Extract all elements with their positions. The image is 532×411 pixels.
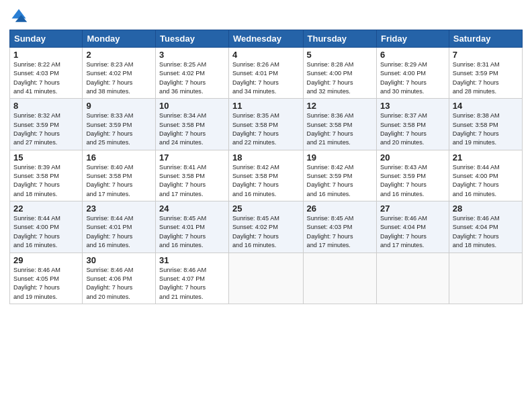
day-number: 13: [380, 101, 445, 111]
calendar-cell: 31Sunrise: 8:46 AM Sunset: 4:07 PM Dayli…: [156, 253, 229, 304]
day-number: 24: [159, 203, 225, 214]
cell-details: Sunrise: 8:28 AM Sunset: 4:00 PM Dayligh…: [307, 60, 373, 96]
cell-details: Sunrise: 8:25 AM Sunset: 4:02 PM Dayligh…: [159, 60, 225, 96]
calendar-cell: 19Sunrise: 8:42 AM Sunset: 3:59 PM Dayli…: [303, 150, 376, 201]
calendar-cell: 2Sunrise: 8:23 AM Sunset: 4:02 PM Daylig…: [83, 48, 156, 99]
calendar-cell: 11Sunrise: 8:35 AM Sunset: 3:58 PM Dayli…: [228, 99, 303, 150]
day-number: 11: [232, 101, 300, 111]
cell-details: Sunrise: 8:44 AM Sunset: 4:01 PM Dayligh…: [86, 214, 152, 250]
cell-details: Sunrise: 8:29 AM Sunset: 4:00 PM Dayligh…: [380, 60, 445, 96]
cell-details: Sunrise: 8:38 AM Sunset: 3:58 PM Dayligh…: [453, 111, 519, 147]
day-number: 7: [453, 50, 519, 60]
day-number: 31: [159, 255, 225, 265]
calendar-cell: 8Sunrise: 8:32 AM Sunset: 3:59 PM Daylig…: [10, 99, 83, 150]
logo: [9, 7, 31, 26]
day-number: 12: [307, 101, 373, 111]
cell-details: Sunrise: 8:23 AM Sunset: 4:02 PM Dayligh…: [86, 60, 152, 96]
calendar-cell: 15Sunrise: 8:39 AM Sunset: 3:58 PM Dayli…: [10, 150, 83, 201]
day-number: 2: [86, 50, 152, 60]
calendar-cell: 9Sunrise: 8:33 AM Sunset: 3:59 PM Daylig…: [83, 99, 156, 150]
day-number: 23: [86, 203, 152, 214]
day-number: 6: [380, 50, 445, 60]
cell-details: Sunrise: 8:22 AM Sunset: 4:03 PM Dayligh…: [13, 60, 79, 96]
calendar-cell: 26Sunrise: 8:45 AM Sunset: 4:03 PM Dayli…: [303, 201, 376, 253]
calendar-cell: 12Sunrise: 8:36 AM Sunset: 3:58 PM Dayli…: [303, 99, 376, 150]
day-number: 28: [453, 203, 519, 214]
day-number: 14: [453, 101, 519, 111]
svg-marker-0: [12, 9, 26, 19]
cell-details: Sunrise: 8:45 AM Sunset: 4:01 PM Dayligh…: [159, 214, 225, 250]
calendar-cell: 3Sunrise: 8:25 AM Sunset: 4:02 PM Daylig…: [156, 48, 229, 99]
cell-details: Sunrise: 8:46 AM Sunset: 4:04 PM Dayligh…: [380, 214, 445, 250]
page-header: [9, 7, 523, 26]
week-row-5: 29Sunrise: 8:46 AM Sunset: 4:05 PM Dayli…: [10, 253, 523, 304]
day-number: 4: [232, 50, 300, 60]
day-number: 26: [307, 203, 373, 214]
day-number: 3: [159, 50, 225, 60]
calendar-cell: 20Sunrise: 8:43 AM Sunset: 3:59 PM Dayli…: [376, 150, 449, 201]
weekday-saturday: Saturday: [449, 30, 522, 48]
day-number: 8: [13, 101, 79, 111]
calendar-cell: 6Sunrise: 8:29 AM Sunset: 4:00 PM Daylig…: [376, 48, 449, 99]
calendar-cell: 4Sunrise: 8:26 AM Sunset: 4:01 PM Daylig…: [228, 48, 303, 99]
calendar-page: SundayMondayTuesdayWednesdayThursdayFrid…: [0, 0, 532, 411]
cell-details: Sunrise: 8:45 AM Sunset: 4:02 PM Dayligh…: [232, 214, 300, 250]
day-number: 15: [13, 152, 79, 163]
cell-details: Sunrise: 8:44 AM Sunset: 4:00 PM Dayligh…: [13, 214, 79, 250]
day-number: 10: [159, 101, 225, 111]
week-row-2: 8Sunrise: 8:32 AM Sunset: 3:59 PM Daylig…: [10, 99, 523, 150]
cell-details: Sunrise: 8:42 AM Sunset: 3:59 PM Dayligh…: [307, 163, 373, 199]
cell-details: Sunrise: 8:31 AM Sunset: 3:59 PM Dayligh…: [453, 60, 519, 96]
cell-details: Sunrise: 8:46 AM Sunset: 4:04 PM Dayligh…: [453, 214, 519, 250]
calendar-cell: 30Sunrise: 8:46 AM Sunset: 4:06 PM Dayli…: [83, 253, 156, 304]
cell-details: Sunrise: 8:46 AM Sunset: 4:05 PM Dayligh…: [13, 266, 79, 302]
cell-details: Sunrise: 8:39 AM Sunset: 3:58 PM Dayligh…: [13, 163, 79, 199]
cell-details: Sunrise: 8:45 AM Sunset: 4:03 PM Dayligh…: [307, 214, 373, 250]
cell-details: Sunrise: 8:36 AM Sunset: 3:58 PM Dayligh…: [307, 111, 373, 147]
day-number: 22: [13, 203, 79, 214]
day-number: 9: [86, 101, 152, 111]
calendar-cell: 18Sunrise: 8:42 AM Sunset: 3:58 PM Dayli…: [228, 150, 303, 201]
weekday-wednesday: Wednesday: [228, 30, 303, 48]
cell-details: Sunrise: 8:32 AM Sunset: 3:59 PM Dayligh…: [13, 111, 79, 147]
cell-details: Sunrise: 8:44 AM Sunset: 4:00 PM Dayligh…: [453, 163, 519, 199]
calendar-cell: 28Sunrise: 8:46 AM Sunset: 4:04 PM Dayli…: [449, 201, 522, 253]
day-number: 20: [380, 152, 445, 163]
week-row-4: 22Sunrise: 8:44 AM Sunset: 4:00 PM Dayli…: [10, 201, 523, 253]
calendar-cell: 27Sunrise: 8:46 AM Sunset: 4:04 PM Dayli…: [376, 201, 449, 253]
cell-details: Sunrise: 8:33 AM Sunset: 3:59 PM Dayligh…: [86, 111, 152, 147]
weekday-tuesday: Tuesday: [156, 30, 229, 48]
weekday-thursday: Thursday: [303, 30, 376, 48]
day-number: 25: [232, 203, 300, 214]
calendar-table: SundayMondayTuesdayWednesdayThursdayFrid…: [9, 30, 523, 304]
day-number: 18: [232, 152, 300, 163]
cell-details: Sunrise: 8:40 AM Sunset: 3:58 PM Dayligh…: [86, 163, 152, 199]
weekday-sunday: Sunday: [10, 30, 83, 48]
day-number: 27: [380, 203, 445, 214]
calendar-cell: 17Sunrise: 8:41 AM Sunset: 3:58 PM Dayli…: [156, 150, 229, 201]
calendar-cell: 25Sunrise: 8:45 AM Sunset: 4:02 PM Dayli…: [228, 201, 303, 253]
weekday-header-row: SundayMondayTuesdayWednesdayThursdayFrid…: [10, 30, 523, 48]
day-number: 21: [453, 152, 519, 163]
calendar-cell: 29Sunrise: 8:46 AM Sunset: 4:05 PM Dayli…: [10, 253, 83, 304]
calendar-cell: 22Sunrise: 8:44 AM Sunset: 4:00 PM Dayli…: [10, 201, 83, 253]
cell-details: Sunrise: 8:46 AM Sunset: 4:07 PM Dayligh…: [159, 266, 225, 302]
logo-icon: [9, 7, 28, 26]
calendar-cell: 24Sunrise: 8:45 AM Sunset: 4:01 PM Dayli…: [156, 201, 229, 253]
day-number: 1: [13, 50, 79, 60]
cell-details: Sunrise: 8:46 AM Sunset: 4:06 PM Dayligh…: [86, 266, 152, 302]
week-row-3: 15Sunrise: 8:39 AM Sunset: 3:58 PM Dayli…: [10, 150, 523, 201]
calendar-cell: [303, 253, 376, 304]
calendar-cell: 21Sunrise: 8:44 AM Sunset: 4:00 PM Dayli…: [449, 150, 522, 201]
cell-details: Sunrise: 8:37 AM Sunset: 3:58 PM Dayligh…: [380, 111, 445, 147]
day-number: 19: [307, 152, 373, 163]
cell-details: Sunrise: 8:43 AM Sunset: 3:59 PM Dayligh…: [380, 163, 445, 199]
calendar-cell: [449, 253, 522, 304]
day-number: 29: [13, 255, 79, 265]
day-number: 17: [159, 152, 225, 163]
calendar-cell: 10Sunrise: 8:34 AM Sunset: 3:58 PM Dayli…: [156, 99, 229, 150]
week-row-1: 1Sunrise: 8:22 AM Sunset: 4:03 PM Daylig…: [10, 48, 523, 99]
cell-details: Sunrise: 8:35 AM Sunset: 3:58 PM Dayligh…: [232, 111, 300, 147]
calendar-cell: 5Sunrise: 8:28 AM Sunset: 4:00 PM Daylig…: [303, 48, 376, 99]
weekday-monday: Monday: [83, 30, 156, 48]
